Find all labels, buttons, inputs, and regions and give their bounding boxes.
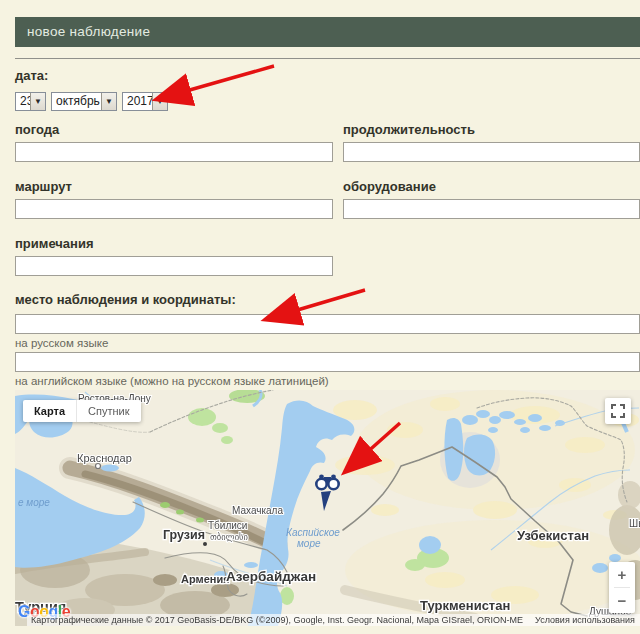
- equipment-label: оборудование: [343, 179, 436, 194]
- map-label-caspian-sea-2: море: [297, 538, 321, 549]
- route-label: маршрут: [15, 179, 72, 194]
- map-label-azerbaijan: Азербайджан: [226, 569, 316, 584]
- terms-of-use-link[interactable]: Условия использования: [527, 614, 640, 626]
- dropdown-arrow-icon[interactable]: ▼: [101, 93, 116, 110]
- map-label-caspian-sea-1: Каспийское: [286, 527, 340, 538]
- city-dot-tbilisi: [203, 542, 207, 546]
- location-en-input[interactable]: [15, 352, 640, 372]
- equipment-input[interactable]: [343, 199, 640, 219]
- annotation-arrow-date: [158, 66, 274, 99]
- map-label-armenia: Армения: [181, 573, 230, 585]
- map-label-turkmenistan: Туркменистан: [420, 598, 510, 613]
- notes-label: примечания: [15, 236, 94, 251]
- day-select[interactable]: 23 ▼: [15, 92, 46, 111]
- map-label-tbilisi: Тбилиси: [208, 520, 247, 531]
- zoom-out-button[interactable]: −: [609, 588, 635, 613]
- divider-rule: [15, 58, 640, 59]
- month-select-value: октябрь: [52, 93, 101, 110]
- satellite-button[interactable]: Спутник: [76, 400, 140, 422]
- day-select-value: 23: [16, 93, 30, 110]
- city-dot-krasnodar: [96, 464, 101, 469]
- zoom-control: + −: [609, 562, 635, 613]
- location-ru-input[interactable]: [15, 314, 640, 334]
- map-label-black-sea-clipped: е море: [18, 497, 50, 508]
- map-type-control: Карта Спутник: [23, 400, 141, 422]
- duration-label: продолжительность: [343, 122, 475, 137]
- map-label-makhachkala: Махачкала: [232, 505, 283, 516]
- year-select-value: 2017: [123, 93, 152, 110]
- location-label: место наблюдения и координаты:: [15, 292, 236, 307]
- map-attribution-bar: Картографические данные © 2017 GeoBasis-…: [27, 614, 640, 626]
- fullscreen-button[interactable]: [605, 398, 631, 424]
- map-canvas[interactable]: Ростов-на-Дону Краснодар Махачкала Грузи…: [15, 390, 640, 626]
- location-ru-caption: на русском языке: [15, 337, 108, 349]
- map[interactable]: Ростов-на-Дону Краснодар Махачкала Грузи…: [15, 390, 640, 626]
- map-label-shymkent-clipped: Шы: [629, 518, 640, 529]
- map-label-krasnodar: Краснодар: [77, 452, 132, 464]
- zoom-in-button[interactable]: +: [609, 562, 635, 587]
- month-select[interactable]: октябрь ▼: [51, 92, 117, 111]
- date-label: дата:: [15, 68, 48, 83]
- dropdown-arrow-icon[interactable]: ▼: [30, 93, 45, 110]
- notes-input[interactable]: [15, 256, 333, 276]
- route-input[interactable]: [15, 199, 333, 219]
- fullscreen-icon: [611, 404, 625, 418]
- page-title-bar: новое наблюдение: [15, 17, 640, 47]
- year-select[interactable]: 2017 ▼: [122, 92, 168, 111]
- weather-input[interactable]: [15, 142, 333, 162]
- map-label-georgia: Грузия: [163, 528, 205, 542]
- map-button[interactable]: Карта: [23, 400, 76, 422]
- map-label-uzbekistan: Узбекистан: [517, 528, 589, 543]
- water-aral-east: [464, 435, 495, 476]
- duration-input[interactable]: [343, 142, 640, 162]
- map-label-tbilisi-georgian: თბილისი: [210, 532, 248, 542]
- location-en-caption: на английском языке (можно на русском яз…: [15, 375, 329, 387]
- dropdown-arrow-icon[interactable]: ▼: [152, 93, 167, 110]
- weather-label: погода: [15, 122, 59, 137]
- map-attribution-text: Картографические данные © 2017 GeoBasis-…: [27, 614, 527, 626]
- page-title: новое наблюдение: [27, 24, 150, 39]
